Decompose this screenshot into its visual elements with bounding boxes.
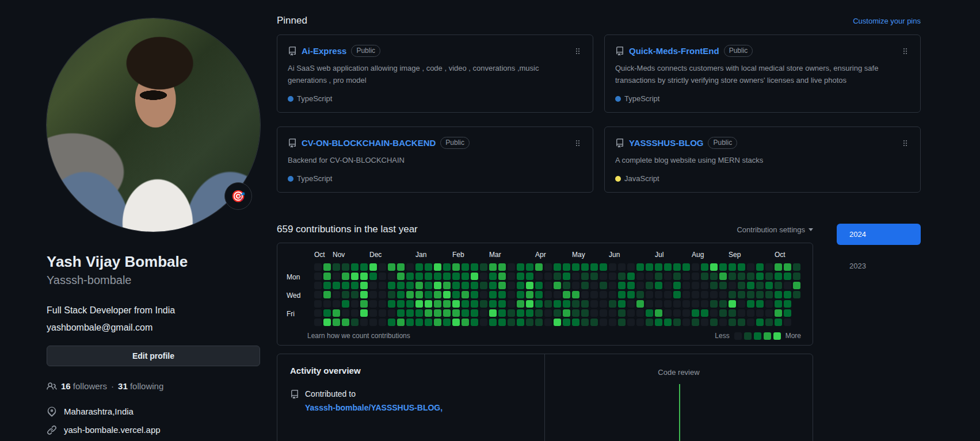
contribution-cell[interactable] (323, 263, 331, 271)
contribution-cell[interactable] (765, 263, 773, 271)
contribution-cell[interactable] (443, 263, 451, 271)
contribution-cell[interactable] (590, 291, 598, 298)
contribution-cell[interactable] (544, 319, 552, 326)
contribution-cell[interactable] (351, 263, 359, 271)
contribution-cell[interactable] (738, 319, 745, 326)
contribution-cell[interactable] (655, 282, 662, 289)
contribution-cell[interactable] (554, 282, 561, 289)
contribution-cell[interactable] (784, 282, 791, 289)
contribution-cell[interactable] (554, 309, 561, 317)
contribution-cell[interactable] (480, 309, 487, 317)
repo-link[interactable]: YASSSHUS-BLOG (629, 138, 703, 148)
contribution-cell[interactable] (498, 282, 506, 289)
contribution-cell[interactable] (425, 282, 432, 289)
contribution-cell[interactable] (388, 319, 395, 326)
contribution-cell[interactable] (590, 282, 598, 289)
contribution-cell[interactable] (627, 282, 635, 289)
contribution-cell[interactable] (701, 319, 708, 326)
contribution-cell[interactable] (784, 291, 791, 298)
contribution-cell[interactable] (462, 273, 469, 280)
grabber-icon[interactable] (573, 47, 582, 56)
contribution-cell[interactable] (526, 263, 533, 271)
contribution-cell[interactable] (664, 273, 672, 280)
contribution-cell[interactable] (379, 273, 386, 280)
contribution-cell[interactable] (369, 300, 377, 308)
contribution-cell[interactable] (673, 319, 681, 326)
contribution-cell[interactable] (480, 291, 487, 298)
contribution-cell[interactable] (710, 263, 718, 271)
contribution-cell[interactable] (701, 282, 708, 289)
contribution-cell[interactable] (747, 291, 754, 298)
contribution-cell[interactable] (498, 300, 506, 308)
contribution-cell[interactable] (664, 309, 672, 317)
contribution-cell[interactable] (765, 273, 773, 280)
contributed-repo-link[interactable]: Yasssh-bombale/YASSSHUS-BLOG, (305, 403, 443, 412)
contribution-cell[interactable] (655, 300, 662, 308)
contribution-cell[interactable] (636, 273, 644, 280)
contribution-cell[interactable] (342, 291, 349, 298)
contribution-cell[interactable] (508, 263, 515, 271)
contribution-cell[interactable] (323, 291, 331, 298)
website-link[interactable]: yash-bombale.vercel.app (64, 425, 161, 435)
contribution-cell[interactable] (369, 291, 377, 298)
contribution-cell[interactable] (498, 309, 506, 317)
contribution-cell[interactable] (360, 273, 368, 280)
year-button-2024[interactable]: 2024 (837, 224, 921, 245)
contribution-cell[interactable] (756, 309, 764, 317)
contribution-cell[interactable] (775, 291, 782, 298)
contribution-cell[interactable] (765, 300, 773, 308)
contribution-cell[interactable] (710, 282, 718, 289)
contribution-cell[interactable] (323, 319, 331, 326)
contribution-cell[interactable] (581, 309, 589, 317)
contribution-cell[interactable] (471, 319, 478, 326)
contribution-cell[interactable] (793, 291, 800, 298)
contribution-cell[interactable] (517, 273, 524, 280)
contribution-cell[interactable] (443, 291, 451, 298)
contribution-cell[interactable] (397, 309, 405, 317)
contribution-cell[interactable] (471, 300, 478, 308)
contribution-cell[interactable] (563, 263, 570, 271)
contribution-cell[interactable] (480, 319, 487, 326)
contribution-cell[interactable] (526, 309, 533, 317)
contribution-cell[interactable] (673, 291, 681, 298)
contribution-cell[interactable] (719, 300, 727, 308)
contribution-cell[interactable] (710, 300, 718, 308)
contribution-cell[interactable] (618, 300, 626, 308)
contribution-cell[interactable] (406, 282, 414, 289)
contribution-cell[interactable] (664, 319, 672, 326)
count-contributions-link[interactable]: Learn how we count contributions (307, 332, 410, 340)
contribution-cell[interactable] (526, 291, 533, 298)
contribution-cell[interactable] (646, 273, 653, 280)
contribution-cell[interactable] (351, 273, 359, 280)
contribution-cell[interactable] (775, 282, 782, 289)
contribution-cell[interactable] (388, 263, 395, 271)
contribution-cell[interactable] (747, 273, 754, 280)
contribution-cell[interactable] (434, 282, 441, 289)
contribution-cell[interactable] (554, 300, 561, 308)
contribution-cell[interactable] (701, 300, 708, 308)
contribution-cell[interactable] (719, 273, 727, 280)
contribution-cell[interactable] (600, 309, 607, 317)
contribution-cell[interactable] (406, 273, 414, 280)
contribution-cell[interactable] (471, 263, 478, 271)
contribution-cell[interactable] (664, 263, 672, 271)
contribution-cell[interactable] (793, 263, 800, 271)
contribution-cell[interactable] (609, 300, 616, 308)
contribution-cell[interactable] (462, 291, 469, 298)
contribution-cell[interactable] (369, 263, 377, 271)
contribution-cell[interactable] (563, 273, 570, 280)
contribution-cell[interactable] (342, 300, 349, 308)
year-button-2023[interactable]: 2023 (837, 255, 921, 277)
contribution-cell[interactable] (719, 263, 727, 271)
contribution-cell[interactable] (554, 263, 561, 271)
contribution-cell[interactable] (793, 273, 800, 280)
contribution-cell[interactable] (323, 282, 331, 289)
contribution-cell[interactable] (600, 263, 607, 271)
contribution-cell[interactable] (793, 282, 800, 289)
contribution-cell[interactable] (784, 319, 791, 326)
contribution-cell[interactable] (489, 291, 497, 298)
contribution-cell[interactable] (682, 273, 690, 280)
contribution-cell[interactable] (443, 300, 451, 308)
contribution-cell[interactable] (572, 319, 579, 326)
contribution-cell[interactable] (747, 282, 754, 289)
